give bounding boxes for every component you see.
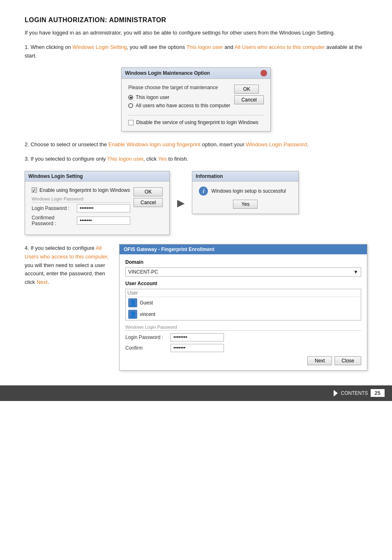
dialog4-vincent-icon: 👤 [128,310,137,319]
dialog4-confirm-input[interactable] [171,344,224,352]
step-2: 2. Choose to select or unselect the Enab… [25,141,367,149]
dialog2-confirmed-password-row: Confirmed Password : [32,215,130,226]
dialog1-checkbox-row[interactable]: Disable the service of using fingerprint… [128,120,263,125]
dialog4-domain-select[interactable]: VINCENT-PC ▼ [125,267,361,277]
step-1-link3: All Users who access to this computer [235,44,325,50]
intro-text: If you have logged in as an administrato… [25,29,367,37]
dialog4-close-button[interactable]: Close [334,356,361,365]
dialog3: Information i Windows login setup is suc… [192,171,299,214]
dialog2-confirmed-password-label: Confirmed Password : [32,215,77,226]
page-footer: CONTENTS 25 [0,385,392,401]
dialog1-container: Windows Login Maintenance Option Please … [25,67,367,131]
dialog2-login-password-input[interactable] [77,204,130,212]
dialog1-radio2-label: All users who have access to this comput… [136,103,230,108]
step-4-row: 4. If you selected to configure All User… [25,244,367,371]
dialog2-title: Windows Login Setting [28,173,83,179]
step-1: 1. When clicking on Windows Login Settin… [25,43,367,60]
dialog3-message-row: i Windows login setup is successful [199,187,286,196]
dialog4-user-guest[interactable]: 👤 Guest [126,297,361,309]
dialog4-win-login-label: Windows Login Password [125,325,361,331]
dialog1-cancel-button[interactable]: Cancel [234,95,263,104]
dialog1-radio2-dot[interactable] [128,103,133,108]
dialog4-user-box: 👤 Guest 👤 vincent [125,289,361,320]
dialog1-titlebar: Windows Login Maintenance Option [122,68,270,79]
step-2-link2: Windows Login Password [246,141,307,147]
step-1-link1: Windows Login Setting [72,44,127,50]
dialog3-yes-button[interactable]: Yes [233,200,258,209]
dialog1: Windows Login Maintenance Option Please … [121,67,270,131]
dialog2-confirmed-password-input[interactable] [77,217,130,225]
dialog2-body: ✓ Enable using fingerprint to login Wind… [25,182,169,235]
dialog1-radio1-row[interactable]: This logon user [128,94,230,100]
page-title: LOGIN AUTHORIZATION: ADMINISTRATOR [25,16,367,24]
dialog4-login-password-row: Login Password : [125,333,361,341]
dialog4-confirm-row: Confirm [125,344,361,352]
step-4-text: 4. If you selected to configure All User… [25,244,111,287]
dialog1-radio1-dot[interactable] [128,95,133,100]
dialog4-user-search-input[interactable] [127,290,359,296]
dialog1-checkbox-label: Disable the service of using fingerprint… [136,120,258,125]
dialog1-close-icon[interactable] [261,70,267,76]
step-3-link2: Yes [158,156,167,162]
step4-dialog-container: OFIS Gateway - Fingerprint Enrollment Do… [119,244,367,371]
dialog2-ok-button[interactable]: OK [134,187,163,196]
step-3-num: 3. [25,156,30,162]
dialogs-row-23: Windows Login Setting ✓ Enable using fin… [25,171,367,235]
dialog4-guest-label: Guest [140,300,153,306]
dialog2-titlebar: Windows Login Setting [25,171,169,182]
dialog3-body: i Windows login setup is successful Yes [192,182,298,214]
dialog4-domain-label: Domain [125,259,361,265]
dialog2-section-label: Windows Login Password [32,196,130,203]
dialog1-radio2-row[interactable]: All users who have access to this comput… [128,103,230,108]
step-3-text-mid: , click [143,156,158,162]
dialog4-login-password-input[interactable] [171,333,224,341]
dialog4-btn-row: Next Close [125,356,361,365]
dialog4-dropdown-icon: ▼ [353,269,358,275]
dialog4-confirm-label: Confirm [125,345,171,351]
dialog4-vincent-label: vincent [140,311,155,317]
dialog3-message: Windows login setup is successful [211,188,286,194]
step-4-link2: Next [37,279,48,285]
dialog2-cancel-button[interactable]: Cancel [134,198,163,207]
footer-page-number: 25 [371,389,385,397]
footer-contents-label: CONTENTS [341,390,368,396]
step-3-text-before: If you selected to configure only [30,156,107,162]
step-3-link1: This logon user [107,156,143,162]
dialog1-divider [128,115,263,115]
dialog4-user-search-row [126,289,361,297]
step-1-text-mid2: and [223,44,235,50]
dialog4-next-button[interactable]: Next [307,356,332,365]
info-icon: i [199,187,208,196]
dialog4-body: Domain VINCENT-PC ▼ User Account [120,254,367,370]
step-4-num: 4. [25,245,30,251]
dialog2-checkbox-label: Enable using fingerprint to login Window… [39,187,130,193]
step-1-text-before: When clicking on [30,44,72,50]
step-1-num: 1. [25,44,30,50]
dialog2-checkbox-row[interactable]: ✓ Enable using fingerprint to login Wind… [32,187,130,193]
step-2-text-before: Choose to select or unselect the [30,141,108,147]
arrow-icon: ▶ [177,197,184,209]
dialog1-body: Please choose the target of maintenance … [122,79,270,131]
dialog1-checkbox-icon[interactable] [128,120,134,125]
step-2-num: 2. [25,141,30,147]
step-1-text-mid: , you will see the options [127,44,187,50]
step-2-text-after: . [307,141,309,147]
dialog1-radio1-label: This logon user [136,94,169,100]
step-2-link1: Enable Windows login using fingerprint [108,141,201,147]
step-1-link2: This logon user [187,44,223,50]
step-4-text-before: If you selected to configure [30,245,95,251]
dialog1-ok-button[interactable]: OK [234,85,259,94]
dialog2-checkbox-icon[interactable]: ✓ [32,187,37,193]
dialog4: OFIS Gateway - Fingerprint Enrollment Do… [119,244,367,371]
step-3-text-after: to finish. [167,156,188,162]
step-3: 3. If you selected to configure only Thi… [25,155,367,164]
dialog4-user-account-label: User Account [125,281,361,286]
dialog2: Windows Login Setting ✓ Enable using fin… [25,171,170,235]
footer-triangle-icon [334,390,338,396]
footer-contents: CONTENTS [334,390,368,396]
dialog1-title: Windows Login Maintenance Option [125,70,210,76]
step-4-text-after: . [48,279,49,285]
dialog1-label: Please choose the target of maintenance [128,85,230,90]
dialog4-titlebar: OFIS Gateway - Fingerprint Enrollment [120,244,367,254]
dialog4-user-vincent[interactable]: 👤 vincent [126,309,361,320]
